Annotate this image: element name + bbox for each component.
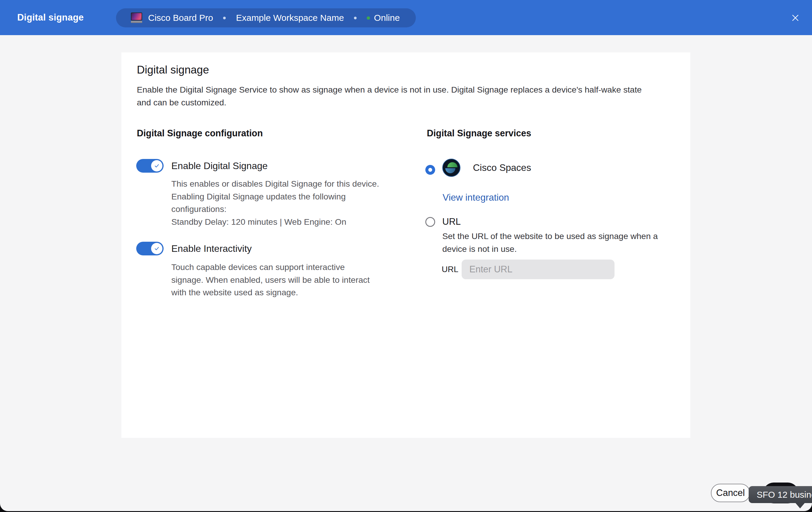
device-icon	[131, 12, 142, 23]
workspace-name: Example Workspace Name	[236, 13, 344, 23]
toggle-knob	[151, 160, 163, 171]
header-title: Digital signage	[17, 0, 84, 35]
device-name: Cisco Board Pro	[148, 13, 213, 23]
enable-interactivity-toggle[interactable]	[136, 242, 164, 255]
cisco-spaces-logo-green-shape	[447, 162, 458, 167]
close-icon	[790, 12, 801, 23]
url-field-label: URL	[442, 260, 458, 279]
url-radio[interactable]	[425, 217, 435, 227]
separator-dot	[223, 17, 226, 19]
url-description-line: Set the URL of the website to be used as…	[442, 230, 658, 243]
enable-digital-signage-toggle[interactable]	[136, 159, 164, 173]
check-icon	[153, 245, 160, 252]
url-option-description: Set the URL of the website to be used as…	[442, 230, 658, 255]
cisco-spaces-logo-blue-shape	[445, 168, 455, 173]
page-background: Digital signage Cisco Board Pro Example …	[0, 0, 812, 511]
device-icon-stand	[131, 21, 142, 23]
toggle-description-line: signage. When enabled, users will be abl…	[171, 274, 370, 286]
page-description-line: and can be customized.	[137, 96, 642, 109]
page-title: Digital signage	[137, 63, 209, 77]
configuration-section-heading: Digital Signage configuration	[137, 127, 263, 139]
cancel-button[interactable]: Cancel	[711, 484, 750, 502]
url-option-label: URL	[442, 215, 461, 228]
cisco-spaces-logo	[442, 159, 460, 177]
toggle-description: This enables or disables Digital Signage…	[171, 178, 379, 228]
toggle-description-line: configurations:	[171, 203, 379, 216]
services-section-heading: Digital Signage services	[427, 127, 531, 139]
online-status-dot	[367, 17, 370, 20]
toggle-label: Enable Digital Signage	[171, 159, 268, 173]
url-input[interactable]	[462, 260, 614, 279]
toggle-description-line: Standby Delay: 120 minutes | Web Engine:…	[171, 216, 379, 228]
view-integration-link[interactable]: View integration	[442, 191, 509, 204]
close-button[interactable]	[789, 11, 802, 24]
screen: Digital signage Cisco Board Pro Example …	[0, 0, 812, 512]
url-description-line: device is not in use.	[442, 243, 658, 255]
settings-card: Digital signage Enable the Digital Signa…	[121, 52, 690, 438]
separator-dot	[354, 17, 357, 19]
device-icon-screen	[131, 12, 142, 21]
toggle-description-line: This enables or disables Digital Signage…	[171, 178, 379, 190]
toggle-description: Touch capable devices can support intera…	[171, 261, 370, 299]
cisco-spaces-label: Cisco Spaces	[473, 159, 531, 177]
cisco-spaces-radio[interactable]	[425, 165, 435, 175]
online-status-label: Online	[374, 13, 400, 23]
toggle-description-line: Touch capable devices can support intera…	[171, 261, 370, 274]
check-icon	[153, 163, 160, 169]
toggle-description-line: with the website used as signage.	[171, 286, 370, 299]
page-description-line: Enable the Digital Signage Service to sh…	[137, 83, 642, 96]
device-pill: Cisco Board Pro Example Workspace Name O…	[116, 8, 416, 27]
tooltip: SFO 12 busines	[749, 486, 812, 503]
toggle-label: Enable Interactivity	[171, 242, 252, 255]
tooltip-arrow	[795, 503, 805, 508]
toggle-description-line: Enabling Digital Signage updates the fol…	[171, 190, 379, 203]
header-bar: Digital signage Cisco Board Pro Example …	[0, 0, 812, 35]
page-description: Enable the Digital Signage Service to sh…	[137, 83, 642, 109]
toggle-knob	[151, 243, 163, 254]
